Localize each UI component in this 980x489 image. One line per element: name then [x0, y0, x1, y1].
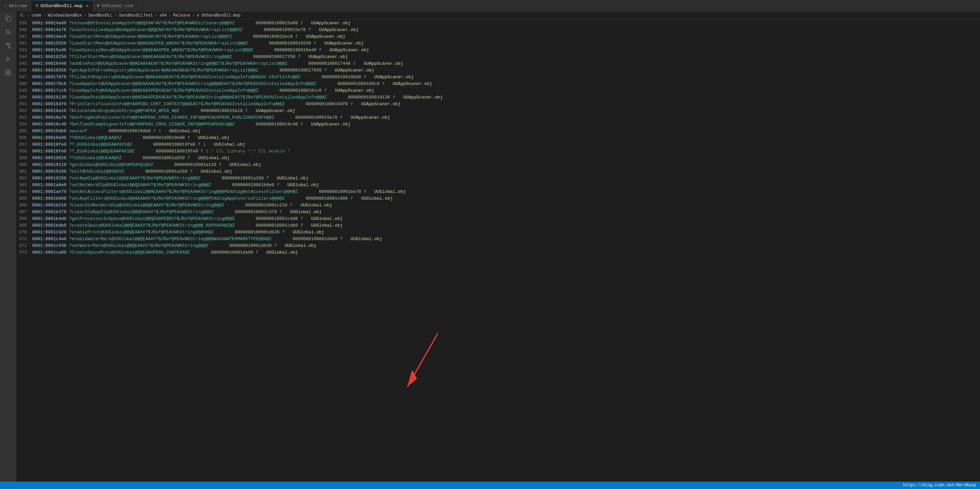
activity-icon-explorer[interactable]: [4, 14, 12, 22]
symbol: ?AllocateAndCopyWideString@@YAPEA_WPEB_W…: [69, 108, 180, 113]
line-number: 360: [19, 162, 32, 167]
activity-icon-scm[interactable]: [4, 41, 12, 49]
table-row: 3560001:00018e00 ??0UUGlobal@@QEAA@XZ 00…: [16, 134, 980, 141]
activity-icon-extensions[interactable]: [4, 68, 12, 76]
address: 0001:00017cc0: [32, 88, 66, 93]
address: 0001:00018a70: [32, 115, 66, 120]
symbol: ?fillWithRegistry@UUAppScaner@@AEAAXAEAV…: [69, 75, 301, 80]
line-content: 0001:00016440 ?addExePath@UUAppScaner@@A…: [32, 61, 403, 66]
flag: f: [266, 176, 269, 181]
line-number: 362: [19, 176, 32, 181]
address: 0001:0001c020: [32, 230, 66, 235]
line-number: 370: [19, 230, 32, 235]
line-content: 0001:00014a60 ?toJson@UUInstalledAppInfo…: [32, 21, 350, 25]
obj-name: UUAppScaner.obj: [374, 75, 414, 80]
line-number: 371: [19, 236, 32, 242]
address: 0001:00018a10: [32, 108, 66, 113]
code-area[interactable]: 3390001:00014a60 ?toJson@UUInstalledAppI…: [16, 19, 980, 482]
svg-rect-13: [8, 73, 11, 75]
symbol: ?loadAppInfo@UUAppScaner@@AEAAXPEBXAEAV?…: [69, 88, 259, 93]
line-number: 340: [19, 27, 32, 32]
flag: f: [256, 250, 259, 255]
table-row: 3460001:00016650 ?getAppInfoFromRegistry…: [16, 67, 980, 73]
table-row: 3470001:00017070 ?fillWithRegistry@UUApp…: [16, 73, 980, 80]
symbol: ?getAppInfoFromRegistry@UUAppScaner@@AEA…: [69, 68, 259, 73]
table-row: 3600001:00019110 ?getGlobal@UUGlobal@@SA…: [16, 161, 980, 168]
svg-line-3: [9, 33, 10, 34]
activity-icon-search[interactable]: [4, 28, 12, 36]
obj-name: UUAppScaner.obj: [309, 54, 348, 59]
line-content: 0001:00019020 ??1UUGlobal@@UEAA@XZ 00000…: [32, 156, 229, 161]
line-number: 345: [19, 61, 32, 66]
breadcrumb-sandboxdlltest[interactable]: SandBoxDLLTest: [119, 13, 153, 18]
obj-name: UUAppScaner.obj: [361, 102, 401, 107]
tab-welcome[interactable]: ✕ Welcome: [0, 0, 32, 12]
address: 0001:0001b370: [32, 209, 66, 215]
obj-name: UUAppScaner.obj: [306, 34, 345, 39]
flag: f: [340, 236, 343, 242]
line-number: 367: [19, 209, 32, 215]
symbol: ?scanInstalledApps@UUAppScaner@@QEAA?AV?…: [69, 27, 243, 32]
address: 0001:0001b210: [32, 203, 66, 208]
table-row: 3500001:00018130 ?loadAppSha1@UUAppScane…: [16, 94, 980, 100]
flag: f: [280, 209, 282, 215]
flag: f: [324, 68, 327, 73]
obj-name: UUAppScaner.obj: [393, 81, 432, 86]
breadcrumb-x64[interactable]: x64: [159, 13, 167, 18]
table-row: 3390001:00014a60 ?toJson@UUInstalledAppI…: [16, 19, 980, 26]
line-number: 353: [19, 115, 32, 120]
status-url[interactable]: https://blog.csdn.net/HeroRasp: [903, 483, 976, 487]
obj-name: UUAppScaner.obj: [324, 41, 364, 46]
line-content: 0001:00015550 ?loadStartMenu@UUAppScaner…: [32, 41, 364, 46]
breadcrumb-mapfile[interactable]: ≡ UUSandBoxDll.map: [197, 13, 240, 18]
address: 0001:00018fe0: [32, 142, 66, 147]
obj-name: UUGlobal.obj: [290, 209, 322, 215]
line-content: 0001:0001a8e0 ?setNetWorkDlp@UUGlobal@@Q…: [32, 182, 319, 188]
address: 0001:00018e00: [32, 135, 66, 140]
address: 0001:00016440: [32, 61, 66, 66]
obj-name: UUAppScaner.obj: [350, 115, 390, 120]
activity-icon-debug[interactable]: [4, 55, 12, 63]
table-row: 3700001:0001c020 ?enablePrint@UUGlobal@@…: [16, 229, 980, 236]
breadcrumb-code[interactable]: code: [32, 13, 41, 18]
table-row: 3630001:0001a8e0 ?setNetWorkDlp@UUGlobal…: [16, 182, 980, 188]
line-content: 0001:000184f0 ?PrintCertificateInfo@@YAH…: [32, 102, 400, 107]
flag: f i: [200, 149, 208, 154]
hex-address: 00000001800189c0: [337, 81, 379, 86]
flag: f: [274, 243, 277, 248]
address: 0001:00015550: [32, 41, 66, 46]
hex-address: 0000000180019db0: [108, 129, 151, 134]
hex-address: 0000000180017650: [280, 68, 322, 73]
line-number: 365: [19, 196, 32, 201]
breadcrumb-windowssandbox[interactable]: WindowsSandBox: [48, 13, 82, 18]
flag: f i: [153, 129, 161, 134]
obj-name: UUGlobal.obj: [200, 169, 232, 174]
flag: f: [393, 95, 395, 100]
table-row: 3490001:00017cc0 ?loadAppInfo@UUAppScane…: [16, 87, 980, 94]
breadcrumb-sandboxdll[interactable]: SandBoxDLL: [88, 13, 113, 18]
tab-close-mapfile[interactable]: ✕: [86, 3, 88, 8]
flag: f: [301, 21, 303, 25]
symbol: ?setWaterMark@UUGlobal@@QEAAXV?$JRef@PEA…: [69, 243, 208, 248]
breadcrumb-c[interactable]: C:: [20, 13, 25, 18]
line-number: 356: [19, 135, 32, 140]
hex-address: 0000000180018cc0: [280, 88, 322, 93]
tab-mapfile[interactable]: ≡ UUSandBoxDll.map ✕: [32, 0, 93, 12]
hex-address: 0000000180015a60: [256, 21, 298, 25]
hex-address: 0000000180019fe0: [153, 142, 195, 147]
hex-address: 0000000180019e00: [143, 135, 185, 140]
symbol: swscanf: [69, 129, 88, 134]
breadcrumb-release[interactable]: Release: [173, 13, 190, 18]
tab-codfile[interactable]: ≡ UUGlobal.cod: [93, 0, 137, 12]
table-row: 3650001:0001b000 ?setAppFilters@UUGlobal…: [16, 195, 980, 202]
address: 0001:00018db0: [32, 129, 66, 134]
hex-address: 0000000180019130: [348, 95, 390, 100]
symbol: ?loadStartMenu@UUAppScaner@@AEAA?AV?$JRe…: [69, 34, 232, 39]
obj-name: UUAppScaner.obj: [335, 88, 374, 93]
obj-name: UUGlobal.obj: [374, 189, 406, 194]
obj-name: UUAppScaner.obj: [364, 61, 403, 66]
line-number: 357: [19, 142, 32, 147]
hex-address: 0000000180001d4a0: [293, 236, 337, 242]
line-content: 0001:00018c40 ?GetTimeStampSignerInfo@@Y…: [32, 122, 350, 127]
address: 0001:00018fe0: [32, 149, 66, 154]
